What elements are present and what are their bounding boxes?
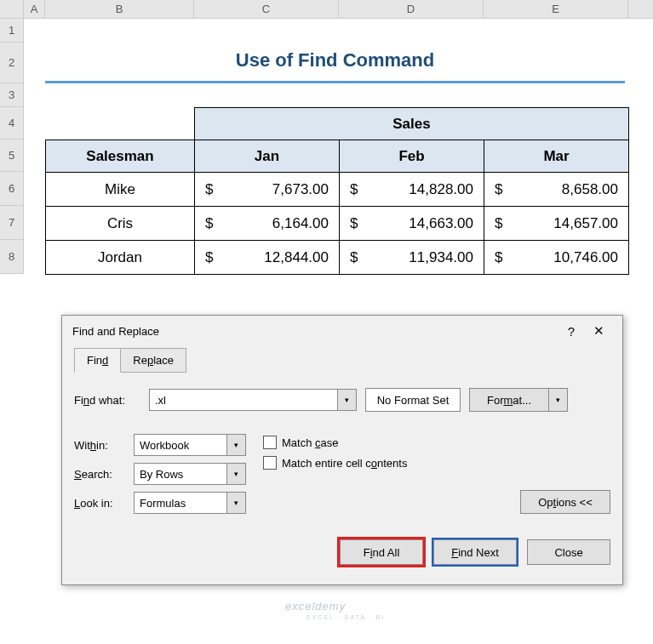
currency-symbol: $ — [205, 181, 213, 198]
format-dropdown-icon[interactable]: ▾ — [549, 388, 568, 412]
select-all-corner[interactable] — [0, 0, 24, 18]
month-header-jan[interactable]: Jan — [195, 140, 340, 173]
sales-cell[interactable]: $7,673.00 — [195, 173, 340, 207]
row-header-4[interactable]: 4 — [0, 107, 24, 140]
amount: 14,828.00 — [358, 181, 473, 198]
col-header-a[interactable]: A — [24, 0, 45, 18]
search-select[interactable]: By Rows — [134, 463, 227, 485]
find-what-label: Find what: — [74, 394, 140, 407]
find-what-input[interactable]: .xl — [149, 389, 338, 411]
match-case-label: Match case — [282, 436, 338, 449]
chevron-down-icon[interactable]: ▾ — [227, 492, 246, 514]
tab-strip: Find Replace — [74, 348, 610, 373]
options-button[interactable]: Options << — [520, 490, 610, 514]
col-header-e[interactable]: E — [484, 0, 628, 18]
amount: 10,746.00 — [502, 249, 618, 266]
amount: 14,663.00 — [358, 215, 473, 232]
tab-find[interactable]: Find — [74, 348, 121, 373]
close-icon[interactable]: ✕ — [585, 317, 612, 345]
chevron-down-icon[interactable]: ▾ — [227, 463, 246, 485]
salesman-name[interactable]: Jordan — [46, 241, 195, 275]
search-label: Search: — [74, 468, 134, 481]
lookin-label: Look in: — [74, 497, 134, 510]
row-header-8[interactable]: 8 — [0, 240, 24, 274]
blank-cell[interactable] — [46, 108, 195, 140]
title-cell[interactable]: Use of Find Command — [45, 43, 625, 83]
tab-replace[interactable]: Replace — [121, 348, 186, 373]
table-row: Mike $7,673.00 $14,828.00 $8,658.00 — [46, 173, 629, 207]
page-title: Use of Find Command — [236, 49, 434, 71]
find-what-dropdown-icon[interactable]: ▾ — [338, 389, 357, 411]
close-button[interactable]: Close — [527, 539, 610, 565]
salesman-name[interactable]: Cris — [46, 207, 195, 241]
row-header-7[interactable]: 7 — [0, 206, 24, 240]
table-row: Cris $6,164.00 $14,663.00 $14,657.00 — [46, 207, 629, 241]
chevron-down-icon[interactable]: ▾ — [227, 434, 246, 456]
format-button[interactable]: Format... — [469, 388, 549, 412]
amount: 14,657.00 — [502, 215, 618, 232]
lookin-select[interactable]: Formulas — [134, 492, 227, 514]
sales-cell[interactable]: $14,828.00 — [340, 173, 484, 207]
col-header-b[interactable]: B — [45, 0, 194, 18]
amount: 6,164.00 — [213, 215, 329, 232]
month-header-feb[interactable]: Feb — [340, 140, 484, 173]
watermark-subtitle: EXCEL · DATA · BI — [306, 614, 385, 620]
col-header-c[interactable]: C — [194, 0, 339, 18]
sales-cell[interactable]: $14,657.00 — [484, 207, 629, 241]
currency-symbol: $ — [350, 215, 358, 232]
currency-symbol: $ — [205, 215, 213, 232]
row-header-2[interactable]: 2 — [0, 43, 24, 83]
amount: 8,658.00 — [502, 181, 618, 198]
sales-cell[interactable]: $10,746.00 — [484, 241, 629, 275]
currency-symbol: $ — [495, 249, 502, 266]
row-header-6[interactable]: 6 — [0, 172, 24, 206]
row-header-5[interactable]: 5 — [0, 140, 24, 172]
table-row: Jordan $12,844.00 $11,934.00 $10,746.00 — [46, 241, 629, 275]
sales-cell[interactable]: $12,844.00 — [195, 241, 340, 275]
row-header-1[interactable]: 1 — [0, 19, 24, 43]
match-case-checkbox[interactable] — [263, 436, 277, 449]
find-replace-dialog: Find and Replace ? ✕ Find Replace Find w… — [61, 315, 623, 585]
no-format-label: No Format Set — [365, 388, 461, 412]
match-entire-label: Match entire cell contents — [282, 457, 407, 470]
sales-cell[interactable]: $6,164.00 — [195, 207, 340, 241]
sales-table: Sales Salesman Jan Feb Mar Mike $7,673.0… — [45, 107, 629, 275]
row-header-3[interactable]: 3 — [0, 83, 24, 107]
currency-symbol: $ — [495, 181, 502, 198]
within-label: Within: — [74, 439, 134, 452]
amount: 7,673.00 — [213, 181, 329, 198]
sales-cell[interactable]: $14,663.00 — [340, 207, 484, 241]
find-all-button[interactable]: Find All — [340, 539, 423, 565]
help-button[interactable]: ? — [558, 317, 585, 345]
sales-cell[interactable]: $8,658.00 — [484, 173, 629, 207]
dialog-title: Find and Replace — [72, 325, 558, 338]
month-header-mar[interactable]: Mar — [484, 140, 629, 173]
currency-symbol: $ — [205, 249, 213, 266]
amount: 12,844.00 — [213, 249, 329, 266]
currency-symbol: $ — [350, 181, 358, 198]
currency-symbol: $ — [495, 215, 502, 232]
watermark-logo: exceldemy — [285, 600, 346, 613]
sales-cell[interactable]: $11,934.00 — [340, 241, 484, 275]
currency-symbol: $ — [350, 249, 358, 266]
match-entire-checkbox[interactable] — [263, 456, 277, 470]
column-header-row: A B C D E — [0, 0, 653, 19]
within-select[interactable]: Workbook — [134, 434, 227, 456]
sales-header[interactable]: Sales — [195, 108, 629, 140]
salesman-header[interactable]: Salesman — [46, 140, 195, 173]
find-next-button[interactable]: Find Next — [433, 539, 517, 565]
salesman-name[interactable]: Mike — [46, 173, 195, 207]
col-header-d[interactable]: D — [339, 0, 484, 18]
amount: 11,934.00 — [358, 249, 473, 266]
dialog-titlebar[interactable]: Find and Replace ? ✕ — [62, 316, 622, 346]
